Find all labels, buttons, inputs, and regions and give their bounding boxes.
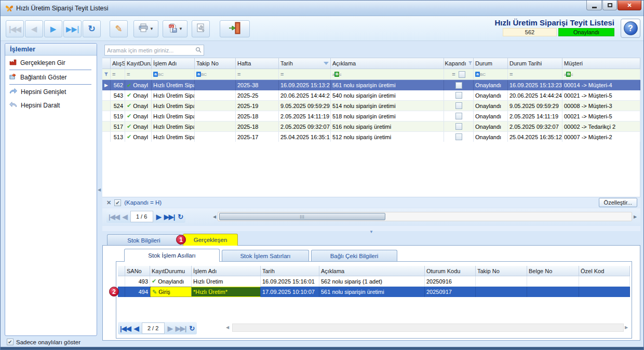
kapandi-checkbox[interactable] xyxy=(455,102,462,109)
sidebar-item-hepsini-daralt[interactable]: Hepsini Daralt xyxy=(5,98,97,112)
column-header-islem-adi[interactable]: İşlem Adı xyxy=(192,266,261,276)
next-record-button[interactable]: ▶ xyxy=(44,20,62,37)
pager-refresh-button[interactable]: ↻ xyxy=(178,213,183,221)
column-header-ozel-kod[interactable]: Özel Kod xyxy=(579,266,630,276)
column-header-takip-no[interactable]: Takip No xyxy=(476,266,527,276)
column-header-musteri[interactable]: Müşteri xyxy=(562,58,640,69)
scroll-left-arrow[interactable]: ◀ xyxy=(226,325,229,330)
filter-cell[interactable]: = xyxy=(508,69,562,80)
help-button[interactable]: ? xyxy=(621,19,640,38)
exit-button[interactable] xyxy=(220,20,250,37)
print-settings-button[interactable] xyxy=(192,20,210,37)
close-button[interactable]: ✕ xyxy=(618,1,641,10)
table-row[interactable]: 493 ✔Onaylandı Hızlı Üretim 16.09.2025 1… xyxy=(118,276,630,287)
filter-cell[interactable]: = xyxy=(444,69,474,80)
scroll-left-arrow[interactable]: ◀ xyxy=(211,214,218,219)
search-input[interactable] xyxy=(105,47,195,53)
pager-next-button[interactable]: ▶ xyxy=(168,325,172,332)
filter-funnel-icon[interactable] xyxy=(468,60,473,66)
refresh-button[interactable]: ↻ xyxy=(83,20,101,37)
maximize-button[interactable] xyxy=(602,1,617,10)
pager-first-button[interactable]: |◀◀ xyxy=(120,325,131,332)
table-row[interactable]: 543 ✔Onayl Hızlı Üretim Sipar 2025-25 20… xyxy=(102,90,640,101)
filter-funnel-icon[interactable] xyxy=(102,69,111,80)
filter-cell[interactable]: = xyxy=(125,69,152,80)
print-button[interactable]: ▼ xyxy=(133,20,158,37)
column-header-durum[interactable]: Durum xyxy=(474,58,508,69)
column-header-sano[interactable]: SANo xyxy=(125,266,150,276)
pager-last-button[interactable]: ▶▶| xyxy=(164,213,175,221)
print-dropdown-arrow[interactable]: ▼ xyxy=(150,26,154,31)
sidebar-item-gerceklesen-gir[interactable]: Gerçekleşen Gir xyxy=(5,56,97,70)
kapandi-checkbox[interactable] xyxy=(455,113,462,119)
kapandi-checkbox[interactable] xyxy=(455,133,462,140)
filter-cell[interactable]: = xyxy=(236,69,279,80)
table-row[interactable]: 494 ✎Giriş *Hızlı Üretim* 17.09.2025 10:… xyxy=(118,287,630,297)
previous-record-button[interactable]: ◀ xyxy=(25,20,43,37)
horizontal-splitter[interactable]: ▼ xyxy=(102,226,640,231)
column-header-islem-adi[interactable]: İşlem Adı xyxy=(152,58,195,69)
pager-previous-button[interactable]: ◀ xyxy=(134,325,139,332)
approved-only-checkbox[interactable]: ✔ xyxy=(7,339,14,345)
filter-cell[interactable]: aBC xyxy=(152,69,195,80)
scrollbar-track[interactable]: ||| xyxy=(218,212,632,221)
column-header-kayitdurumu[interactable]: KayıtDurumu xyxy=(150,266,192,276)
column-header-oturum-kodu[interactable]: Oturum Kodu xyxy=(425,266,476,276)
column-header-kapandi[interactable]: Kapandı xyxy=(444,58,474,69)
kapandi-checkbox[interactable] xyxy=(455,92,462,99)
filter-cell[interactable]: = xyxy=(279,69,331,80)
last-record-button[interactable]: ▶▶| xyxy=(63,20,82,37)
tab-stok-islem-satirlari[interactable]: Stok İşlem Satırları xyxy=(222,250,309,262)
table-row[interactable]: 519 ✔Onayl Hızlı Üretim Sipar 2025-18 2.… xyxy=(102,111,640,122)
scrollbar-track[interactable] xyxy=(232,324,624,332)
kapandi-checkbox[interactable] xyxy=(455,123,462,130)
search-icon[interactable] xyxy=(195,46,202,55)
splitter-collapse-icon[interactable]: ▼ xyxy=(369,230,373,234)
filter-enabled-checkbox[interactable]: ✔ xyxy=(114,199,121,206)
pager-refresh-button[interactable]: ↻ xyxy=(189,325,195,332)
first-record-button[interactable]: |◀◀ xyxy=(6,20,24,37)
table-row[interactable]: ▶ 562 ✔Onayl Hızlı Üretim Sipar 2025-38 … xyxy=(102,80,640,90)
filter-checkbox[interactable] xyxy=(459,71,465,78)
sidebar-item-hepsini-genislet[interactable]: Hepsini Genişlet xyxy=(5,85,97,98)
horizontal-scrollbar[interactable]: ◀ ||| ▶ xyxy=(211,211,638,222)
sidebar-collapse-arrow[interactable]: ◀ xyxy=(98,187,101,192)
table-row[interactable]: 517 ✔Onayl Hızlı Üretim Sipar 2025-18 2.… xyxy=(102,122,640,132)
column-header-aciklama[interactable]: Açıklama xyxy=(319,266,425,276)
column-header-aciklama[interactable]: Açıklama xyxy=(331,58,444,69)
scroll-right-arrow[interactable]: ▶ xyxy=(632,214,638,219)
export-dropdown-arrow[interactable]: ▼ xyxy=(179,26,183,31)
kapandi-checkbox[interactable] xyxy=(455,82,462,89)
pager-previous-button[interactable]: ◀ xyxy=(123,213,127,221)
column-header-belge-no[interactable]: Belge No xyxy=(527,266,579,276)
filter-cell[interactable]: aBC xyxy=(195,69,236,80)
scrollbar-thumb[interactable]: ||| xyxy=(219,213,385,220)
tab-stok-islem-asillari[interactable]: Stok İşlem Asılları xyxy=(124,249,220,262)
pager-last-button[interactable]: ▶▶| xyxy=(176,325,186,332)
export-pdf-button[interactable]: PDF ▼ xyxy=(163,20,187,37)
column-header-kayitduru[interactable]: KayıtDuru xyxy=(125,58,152,69)
tab-bagli-ceki-bilgileri[interactable]: Bağlı Çeki Bilgileri xyxy=(311,250,397,262)
minimize-button[interactable] xyxy=(586,1,602,10)
tab-gerceklesen[interactable]: Gerçekleşen xyxy=(183,234,238,246)
table-row[interactable]: 524 ✔Onayl Hızlı Üretim Sipar 2025-19 9.… xyxy=(102,101,640,111)
column-header-hafta[interactable]: Hafta xyxy=(236,58,279,69)
filter-cell[interactable]: aBC xyxy=(474,69,508,80)
pager-next-button[interactable]: ▶ xyxy=(156,213,161,221)
customize-button[interactable]: Özelleştir... xyxy=(599,198,637,207)
tab-stok-bilgileri[interactable]: Stok Bilgileri xyxy=(107,234,181,246)
scroll-right-arrow[interactable]: ▶ xyxy=(625,325,628,330)
column-header-tarih[interactable]: Tarih xyxy=(261,266,319,276)
pager-first-button[interactable]: |◀◀ xyxy=(109,213,119,221)
column-header-alissa[interactable]: AlışSa xyxy=(111,58,125,69)
filter-cell[interactable]: aBc xyxy=(331,69,444,80)
edit-button[interactable]: ✎ xyxy=(110,20,128,37)
column-header-durum-tarihi[interactable]: Durum Tarihi xyxy=(508,58,562,69)
clear-filter-icon[interactable]: ✕ xyxy=(106,199,111,206)
show-approved-only[interactable]: ✔ Sadece onaylıları göster xyxy=(7,339,81,345)
filter-cell[interactable]: aBc xyxy=(562,69,640,80)
table-row[interactable]: 513 ✔Onayl Hızlı Üretim Sipar 2025-17 25… xyxy=(102,132,640,142)
column-header-tarih[interactable]: Tarih xyxy=(279,58,331,69)
column-header-takip-no[interactable]: Takip No xyxy=(195,58,236,69)
sidebar-item-baglantili-goster[interactable]: Bağlantılı Göster xyxy=(5,70,97,84)
